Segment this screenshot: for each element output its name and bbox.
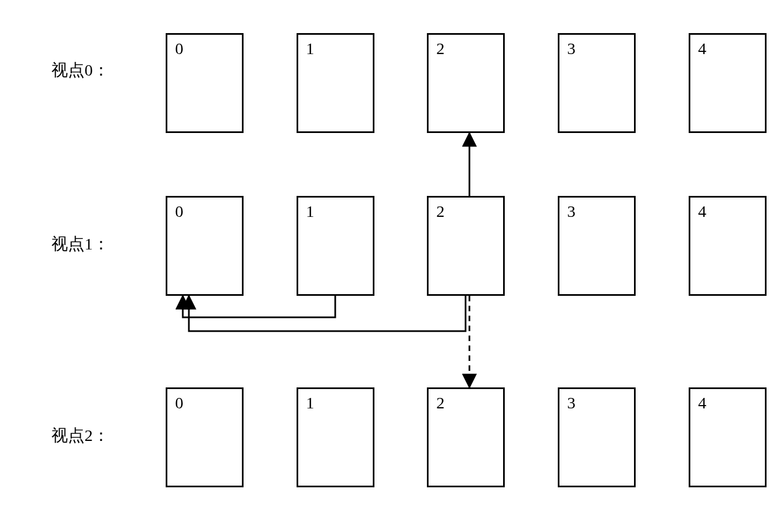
frame-v2-f4-number: 4 bbox=[698, 395, 706, 411]
row-label-1-text: 视点1： bbox=[51, 235, 109, 253]
arrow-v1f2-to-v1f0 bbox=[189, 296, 466, 331]
frame-v2-f0: 0 bbox=[166, 387, 244, 487]
row-label-0-text: 视点0： bbox=[51, 61, 109, 79]
frame-v0-f3-number: 3 bbox=[567, 40, 575, 57]
frame-v2-f1: 1 bbox=[297, 387, 374, 487]
frame-v0-f0-number: 0 bbox=[175, 40, 183, 57]
frame-v2-f0-number: 0 bbox=[175, 395, 183, 411]
frame-v1-f1: 1 bbox=[297, 196, 374, 296]
frame-v1-f3-number: 3 bbox=[567, 203, 575, 220]
frame-v0-f2-number: 2 bbox=[436, 40, 445, 57]
frame-v0-f1-number: 1 bbox=[306, 40, 314, 57]
frame-v1-f2: 2 bbox=[427, 196, 505, 296]
arrow-v1f1-to-v1f0 bbox=[183, 296, 335, 317]
row-label-2-text: 视点2： bbox=[51, 426, 109, 444]
row-label-0: 视点0： bbox=[51, 62, 109, 78]
frame-v2-f2: 2 bbox=[427, 387, 505, 487]
frame-v1-f0-number: 0 bbox=[175, 203, 183, 220]
frame-v2-f3: 3 bbox=[558, 387, 636, 487]
diagram-canvas: 视点0： 视点1： 视点2： 0 1 2 3 4 0 1 2 3 4 0 1 2… bbox=[0, 0, 782, 532]
frame-v0-f2: 2 bbox=[427, 33, 505, 133]
frame-v2-f4: 4 bbox=[689, 387, 767, 487]
frame-v2-f2-number: 2 bbox=[436, 395, 445, 411]
frame-v0-f1: 1 bbox=[297, 33, 374, 133]
frame-v1-f4-number: 4 bbox=[698, 203, 706, 220]
frame-v0-f4-number: 4 bbox=[698, 40, 706, 57]
frame-v0-f0: 0 bbox=[166, 33, 244, 133]
arrows-layer bbox=[0, 0, 782, 532]
frame-v2-f3-number: 3 bbox=[567, 395, 575, 411]
frame-v1-f4: 4 bbox=[689, 196, 767, 296]
frame-v1-f2-number: 2 bbox=[436, 203, 445, 220]
frame-v2-f1-number: 1 bbox=[306, 395, 314, 411]
frame-v1-f3: 3 bbox=[558, 196, 636, 296]
frame-v1-f1-number: 1 bbox=[306, 203, 314, 220]
frame-v1-f0: 0 bbox=[166, 196, 244, 296]
frame-v0-f4: 4 bbox=[689, 33, 767, 133]
row-label-2: 视点2： bbox=[51, 427, 109, 444]
row-label-1: 视点1： bbox=[51, 236, 109, 252]
frame-v0-f3: 3 bbox=[558, 33, 636, 133]
